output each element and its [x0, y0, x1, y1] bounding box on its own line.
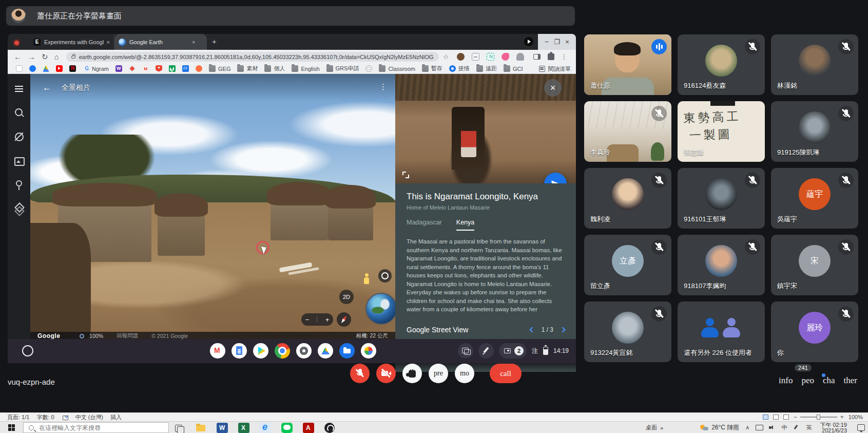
zoom-slider[interactable]: − + — [794, 413, 844, 421]
ime-indicator[interactable]: 注 — [532, 347, 538, 355]
share-extension-icon[interactable] — [516, 53, 524, 61]
report-problem-link[interactable]: 回報問題 — [117, 332, 138, 340]
end-call-button[interactable]: call — [490, 364, 522, 383]
new-tab-button[interactable]: + — [212, 37, 217, 46]
bookmark-GEG[interactable]: GEG — [209, 65, 230, 72]
next-photo-icon[interactable] — [560, 327, 565, 332]
screen-capture-icon[interactable] — [458, 343, 473, 359]
excel-icon[interactable] — [238, 423, 249, 433]
volume-icon[interactable] — [768, 425, 775, 430]
language-indicator[interactable]: 中文 (台灣) — [75, 413, 103, 421]
participant-tile[interactable]: 立彥 留立彥 — [584, 235, 671, 295]
expand-icon[interactable] — [402, 172, 409, 178]
panorama-more-icon[interactable]: ⋮ — [379, 82, 387, 91]
restore-button[interactable]: ❐ — [554, 39, 560, 45]
participant-tile[interactable]: 916101王郁琳 — [678, 168, 765, 229]
ime-english-indicator[interactable]: 英 — [806, 424, 812, 431]
tab-close-icon[interactable]: × — [107, 39, 110, 45]
drive-icon[interactable] — [318, 343, 333, 359]
mic-off-button[interactable] — [350, 364, 370, 383]
zoom-out-icon[interactable]: − — [794, 413, 797, 421]
files-icon[interactable] — [339, 343, 355, 359]
bookmark-個人[interactable]: 個人 — [264, 65, 285, 72]
my-location-button[interactable] — [378, 269, 392, 283]
camera-off-button[interactable] — [376, 364, 396, 383]
bookmark-globe-icon[interactable] — [365, 65, 372, 72]
side-panel-icon[interactable] — [533, 54, 541, 60]
voyager-icon[interactable] — [8, 127, 30, 148]
bookmark-page-icon[interactable] — [16, 65, 23, 72]
tab-kenya[interactable]: Kenya — [456, 219, 474, 231]
kami-extension-icon[interactable] — [501, 53, 509, 61]
raise-hand-button[interactable] — [402, 364, 422, 383]
line-icon[interactable] — [281, 423, 293, 433]
back-arrow-icon[interactable]: ← — [43, 83, 51, 93]
search-input[interactable] — [38, 424, 156, 432]
launcher-button[interactable] — [22, 345, 33, 356]
back-icon[interactable]: ← — [14, 53, 22, 61]
extensions-puzzle-icon[interactable] — [548, 53, 554, 60]
bookmark-疫情[interactable]: 疫情 — [449, 65, 470, 72]
bookmark-facebook-icon[interactable] — [29, 65, 36, 72]
tab-google-earth[interactable]: Google Earth × — [114, 34, 207, 50]
stylus-tools-icon[interactable] — [478, 343, 494, 359]
chat-button[interactable]: cha — [823, 375, 835, 386]
activities-button[interactable]: ther — [844, 375, 857, 386]
bookmark-gmail-icon[interactable] — [142, 65, 149, 72]
taskbar-search[interactable] — [23, 422, 169, 433]
bookmark-maps-pin-icon[interactable] — [156, 65, 162, 72]
participant-tile[interactable]: 東勢高工 一製圖 張志隆 — [678, 101, 765, 162]
tab-madagascar[interactable]: Madagascar — [407, 219, 442, 231]
participant-tile[interactable]: 916124蔡友森 — [678, 34, 765, 95]
overflow-users-tile[interactable]: 還有另外 226 位使用者 — [678, 302, 765, 362]
bookmark-jira-icon[interactable] — [129, 65, 136, 72]
browser-menu-icon[interactable]: ⋮ — [561, 53, 567, 61]
notion-extension-icon[interactable] — [487, 53, 494, 61]
bookmark-drive-icon[interactable] — [43, 65, 49, 72]
photos-icon[interactable] — [8, 152, 30, 172]
bookmark-orange-app-icon[interactable] — [196, 65, 202, 72]
bookmark-Ngram[interactable]: Ngram — [83, 65, 109, 72]
shot-extension-icon[interactable] — [472, 53, 479, 61]
reload-icon[interactable]: ↻ — [42, 53, 48, 61]
compass-icon[interactable] — [337, 312, 351, 327]
reading-list-button[interactable]: 閱讀清單 — [539, 64, 571, 74]
prev-photo-icon[interactable] — [529, 327, 535, 332]
people-button[interactable]: peo — [801, 375, 814, 386]
zoom-in-icon[interactable]: + — [840, 413, 844, 421]
web-layout-icon[interactable] — [783, 415, 789, 420]
home-icon[interactable]: ⌂ — [54, 53, 59, 61]
close-button[interactable]: × — [565, 39, 569, 45]
word-icon[interactable] — [217, 423, 228, 433]
participant-tile[interactable]: 魏利凌 — [584, 168, 671, 229]
participant-tile[interactable]: 宋 鎮宇宋 — [771, 235, 858, 295]
participant-tile[interactable]: 913224黃宣銘 — [584, 302, 671, 362]
settings-icon[interactable] — [296, 343, 312, 359]
page-indicator[interactable]: 頁面: 1/1 — [7, 413, 29, 421]
acrobat-icon[interactable] — [303, 423, 314, 433]
print-layout-icon[interactable] — [773, 415, 779, 420]
play-icon[interactable] — [253, 343, 268, 359]
weather-widget[interactable]: 26°C 陣雨 — [700, 423, 739, 432]
bookmark-English[interactable]: English — [292, 65, 319, 72]
2d-mode-button[interactable]: 2D — [339, 290, 354, 304]
ie-icon[interactable] — [260, 423, 271, 433]
display-tray-icon[interactable] — [756, 425, 762, 430]
bookmark-GCI[interactable]: GCI — [504, 65, 523, 72]
present-button[interactable]: pre — [429, 364, 448, 383]
zoom-out-button[interactable]: − — [305, 316, 310, 324]
zoom-slider-thumb[interactable] — [817, 415, 820, 420]
participant-tile[interactable]: 919125陳凱琳 — [771, 101, 858, 162]
more-options-button[interactable]: mo — [455, 364, 474, 383]
bookmark-Classroom[interactable]: Classroom — [379, 65, 415, 72]
bookmark-GRS申請[interactable]: GRS申請 — [326, 65, 359, 72]
search-icon[interactable] — [8, 103, 30, 124]
read-mode-icon[interactable] — [763, 415, 768, 420]
taskbar-clock[interactable]: 下午 02:19 2021/6/23 — [820, 422, 847, 433]
bookmark-w-app-icon[interactable] — [115, 65, 122, 72]
pegman-icon[interactable] — [363, 273, 370, 285]
zoom-in-button[interactable]: + — [325, 316, 330, 324]
start-button[interactable] — [0, 422, 23, 433]
layers-icon[interactable] — [8, 200, 30, 220]
bookmark-star-icon[interactable]: ☆ — [443, 53, 449, 61]
